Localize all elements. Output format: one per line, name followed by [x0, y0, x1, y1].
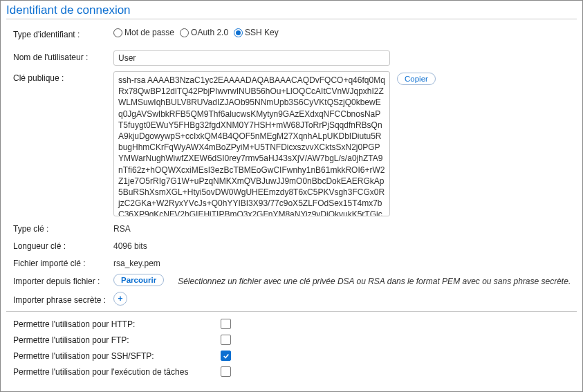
row-username: Nom de l'utilisateur :	[6, 50, 577, 66]
radio-icon-selected	[234, 28, 243, 37]
perm-row-ssh: Permettre l'utilisation pour SSH/SFTP:	[6, 351, 577, 361]
perm-ftp-label: Permettre l'utilisation pour FTP:	[13, 335, 221, 345]
check-icon	[223, 353, 230, 360]
import-file-hint: Sélectionnez un fichier avec une clé pri…	[164, 274, 577, 286]
pubkey-label: Clé publique :	[13, 71, 113, 83]
row-import-file: Importer depuis fichier : Parcourir Séle…	[6, 274, 577, 286]
pubkey-textarea[interactable]: ssh-rsa AAAAB3NzaC1yc2EAAAADAQABAAACAQDv…	[113, 71, 390, 216]
key-length-value: 4096 bits	[113, 239, 147, 251]
row-key-type: Type clé : RSA	[6, 222, 577, 234]
divider	[6, 311, 577, 312]
radio-password-label: Mot de passe	[124, 28, 174, 37]
perm-task-label: Permettre l'utilisation pour l'exécution…	[13, 367, 221, 377]
perm-ftp-checkbox[interactable]	[221, 335, 231, 345]
id-type-label: Type d'identifiant :	[13, 28, 113, 39]
username-input[interactable]	[113, 50, 390, 66]
perm-row-http: Permettre l'utilisation pour HTTP:	[6, 319, 577, 329]
perm-row-ftp: Permettre l'utilisation pour FTP:	[6, 335, 577, 345]
username-label: Nom de l'utilisateur :	[13, 50, 113, 62]
perm-ssh-label: Permettre l'utilisation pour SSH/SFTP:	[13, 351, 221, 361]
perm-task-checkbox[interactable]	[221, 366, 231, 377]
perm-ssh-checkbox[interactable]	[221, 351, 231, 361]
row-pubkey: Clé publique : ssh-rsa AAAAB3NzaC1yc2EAA…	[6, 71, 577, 216]
radio-password[interactable]: Mot de passe	[113, 28, 174, 37]
perm-http-label: Permettre l'utilisation pour HTTP:	[13, 319, 221, 329]
radio-ssh-key[interactable]: SSH Key	[234, 28, 279, 37]
import-file-label: Importer depuis fichier :	[13, 274, 113, 286]
key-length-label: Longueur clé :	[13, 239, 113, 251]
radio-ssh-label: SSH Key	[245, 28, 279, 37]
radio-oauth-label: OAuth 2.0	[191, 28, 228, 37]
browse-button[interactable]: Parcourir	[113, 274, 164, 286]
perm-http-checkbox[interactable]	[221, 319, 231, 329]
key-type-label: Type clé :	[13, 222, 113, 234]
radio-icon	[180, 28, 189, 37]
radio-icon	[113, 28, 122, 37]
key-type-value: RSA	[113, 222, 131, 234]
copy-button[interactable]: Copier	[397, 73, 436, 85]
import-phrase-label: Importer phrase secrète :	[13, 293, 113, 305]
add-passphrase-button[interactable]: +	[113, 292, 127, 306]
perm-row-task: Permettre l'utilisation pour l'exécution…	[6, 366, 577, 377]
row-import-phrase: Importer phrase secrète : +	[6, 292, 577, 306]
row-key-file: Fichier importé clé : rsa_key.pem	[6, 256, 577, 268]
key-file-value: rsa_key.pem	[113, 256, 160, 268]
section-title: Identifiant de connexion	[6, 3, 577, 19]
row-key-length: Longueur clé : 4096 bits	[6, 239, 577, 251]
key-file-label: Fichier importé clé :	[13, 256, 113, 268]
row-id-type: Type d'identifiant : Mot de passe OAuth …	[6, 28, 577, 39]
radio-oauth[interactable]: OAuth 2.0	[180, 28, 228, 37]
